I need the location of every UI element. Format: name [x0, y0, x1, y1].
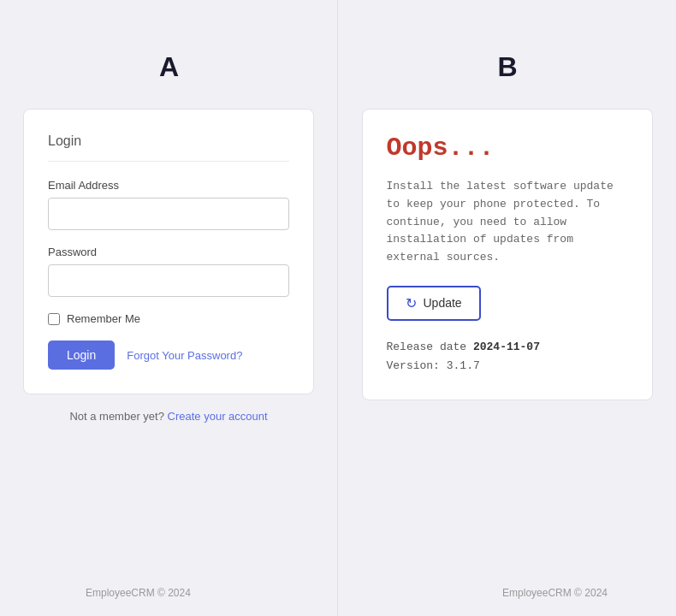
logo-right: B: [497, 51, 516, 83]
remember-checkbox[interactable]: [48, 313, 60, 325]
left-panel: A Login Email Address Password Remember …: [0, 0, 338, 616]
release-info: Release date 2024-11-07 Version: 3.1.7: [387, 338, 628, 376]
not-member-text: Not a member yet?: [69, 410, 164, 423]
create-account-link[interactable]: Create your account: [168, 410, 268, 423]
password-label: Password: [48, 246, 289, 258]
oops-title: Oops...: [387, 133, 628, 163]
not-member-section: Not a member yet? Create your account: [69, 410, 267, 423]
version-value: 3.1.7: [447, 359, 480, 372]
forgot-password-link[interactable]: Forgot Your Password?: [127, 349, 242, 362]
release-date-line: Release date 2024-11-07: [387, 338, 628, 357]
email-input[interactable]: [48, 198, 289, 230]
footer-right: EmployeeCRM © 2024: [502, 587, 608, 599]
update-card: Oops... Install the latest software upda…: [362, 109, 653, 400]
password-group: Password: [48, 246, 289, 297]
password-input[interactable]: [48, 264, 289, 297]
version-line: Version: 3.1.7: [387, 357, 628, 376]
login-card: Login Email Address Password Remember Me…: [23, 109, 314, 394]
email-label: Email Address: [48, 179, 289, 192]
release-label: Release date: [387, 341, 467, 353]
footer-left: EmployeeCRM © 2024: [86, 587, 191, 599]
right-panel: B Oops... Install the latest software up…: [338, 0, 676, 616]
main-container: A Login Email Address Password Remember …: [0, 0, 676, 616]
login-title: Login: [48, 133, 289, 162]
version-label: Version:: [387, 359, 440, 372]
actions-row: Login Forgot Your Password?: [48, 341, 289, 370]
update-button-label: Update: [424, 296, 462, 310]
update-button[interactable]: ↻ Update: [387, 286, 481, 321]
update-icon: ↻: [406, 295, 417, 311]
login-button[interactable]: Login: [48, 341, 115, 370]
logo-left: A: [159, 51, 178, 83]
release-date: 2024-11-07: [473, 341, 540, 353]
update-description: Install the latest software update to ke…: [387, 178, 628, 267]
remember-row: Remember Me: [48, 312, 289, 325]
remember-label: Remember Me: [67, 312, 140, 325]
email-group: Email Address: [48, 179, 289, 230]
